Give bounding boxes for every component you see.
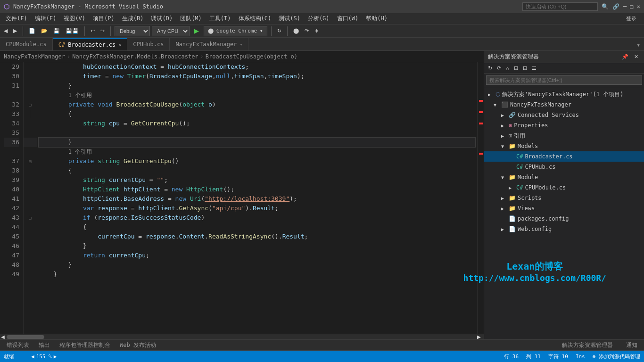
code-line-47: return currentCpu; (39, 251, 475, 260)
menu-project[interactable]: 项目(P) (89, 14, 118, 24)
browser-dropdown[interactable]: ⬤ Google Chrome ▾ (204, 26, 267, 36)
status-add-source[interactable]: ⊕ 添加到源代码管理 (593, 353, 640, 360)
status-char[interactable]: 字符 10 (548, 353, 568, 360)
tab-solution-explorer-bottom[interactable]: 解决方案资源管理器 (557, 341, 618, 349)
tree-scripts[interactable]: ▶ 📁 Scripts (484, 193, 644, 203)
breadcrumb-project[interactable]: NancyFxTaskManager (4, 53, 65, 60)
tree-project[interactable]: ▼ ⬛ NancyFxTaskManager (484, 99, 644, 110)
breadcrumb-method[interactable]: BroadcastCpuUsage(object o) (206, 53, 297, 60)
menu-build[interactable]: 生成(B) (118, 14, 148, 24)
platform-dropdown[interactable]: Any CPU (152, 26, 190, 36)
run-button[interactable]: ▶ (191, 26, 202, 35)
step-into-btn[interactable]: ↡ (313, 27, 321, 35)
status-row[interactable]: 行 36 (504, 353, 519, 360)
packages-config-label: packages.config (518, 215, 569, 222)
code-line-32: private void BroadcastCpuUsage(object o) (39, 100, 475, 109)
breadcrumb-namespace[interactable]: NancyFxTaskManager.Models.Broadcaster (72, 53, 198, 60)
solution-search-input[interactable] (486, 75, 642, 85)
status-ready[interactable]: 就绪 (4, 353, 14, 360)
tree-packages-config[interactable]: 📄 packages.config (484, 214, 644, 224)
close-panel-button[interactable]: ✕ (632, 53, 640, 61)
minimize-button[interactable]: 🔍 (602, 3, 609, 10)
tree-broadcaster[interactable]: C# Broadcaster.cs (484, 151, 644, 162)
tab-web-publish[interactable]: Web 发布活动 (115, 340, 161, 350)
refresh-btn[interactable]: ↻ (275, 27, 283, 35)
save-all-btn[interactable]: 💾💾 (64, 27, 81, 35)
tree-connected-services[interactable]: ▶ 🔗 Connected Services (484, 110, 644, 120)
tab-broadcaster-close[interactable]: ✕ (118, 42, 121, 47)
code-line-45: currentCpu = response.Content.ReadAsStri… (39, 232, 475, 241)
menu-team[interactable]: 团队(M) (176, 14, 206, 24)
step-over-btn[interactable]: ↷ (303, 27, 311, 35)
tree-web-config[interactable]: ▶ 📄 Web.config (484, 224, 644, 234)
window-minimize[interactable]: 🔗 (612, 3, 619, 10)
views-icon: 📁 (509, 205, 516, 212)
scroll-right[interactable]: ▶ (477, 333, 483, 339)
menu-analyze[interactable]: 分析(G) (304, 14, 333, 24)
scrollbar-thumb[interactable] (7, 335, 44, 339)
sep1 (23, 26, 23, 36)
tab-error-list[interactable]: 错误列表 (2, 340, 34, 350)
undo-btn[interactable]: ↩ (89, 27, 97, 35)
tree-cpumodule[interactable]: ▶ C# CPUModule.cs (484, 182, 644, 193)
zoom-increase[interactable]: ▶ (54, 354, 57, 360)
menu-file[interactable]: 文件(F) (2, 14, 31, 24)
menu-debug[interactable]: 调试(D) (147, 14, 176, 24)
error-indicator-3 (479, 123, 483, 124)
tree-module[interactable]: ▼ 📁 Module (484, 172, 644, 182)
h-scrollbar[interactable]: ◀ ▶ (0, 334, 484, 339)
redo-btn[interactable]: ↪ (99, 27, 107, 35)
tab-output[interactable]: 输出 (34, 340, 55, 350)
quick-launch-input[interactable] (522, 2, 598, 11)
collapse-all-btn[interactable]: ⊟ (521, 64, 529, 72)
home-btn[interactable]: ⌂ (504, 64, 511, 72)
props-btn[interactable]: ☰ (530, 64, 538, 72)
menu-test[interactable]: 测试(S) (275, 14, 304, 24)
new-btn[interactable]: 📄 (27, 27, 37, 35)
sync-btn[interactable]: ↻ (486, 64, 494, 72)
refresh-btn[interactable]: ⟳ (495, 64, 503, 72)
line-numbers: 29 30 31 32 33 34 35 36 37 38 39 40 41 4… (0, 62, 24, 334)
tab-cpuhub[interactable]: CPUHub.cs (127, 38, 170, 50)
code-content[interactable]: hubConnectionContext = hubConnectionCont… (37, 62, 477, 334)
filter-btn[interactable]: ⊞ (512, 64, 520, 72)
breakpoint-btn[interactable]: ⬤ (291, 27, 301, 35)
tree-solution[interactable]: ▶ ⬡ 解决方案'NancyFxTaskManager'(1 个项目) (484, 89, 644, 99)
scroll-left[interactable]: ◀ (1, 333, 7, 339)
tree-cpuhub[interactable]: C# CPUHub.cs (484, 162, 644, 172)
cpumodule-label: CPUModule.cs (525, 184, 566, 191)
tree-models[interactable]: ▼ 📁 Models (484, 141, 644, 151)
collapse-43[interactable]: ⊟ (29, 215, 32, 221)
menu-edit[interactable]: 编辑(E) (31, 14, 60, 24)
pin-button[interactable]: 📌 (620, 53, 630, 61)
status-col[interactable]: 列 11 (526, 353, 541, 360)
menu-arch[interactable]: 体系结构(C) (235, 14, 275, 24)
forward-btn[interactable]: ▶ (11, 27, 19, 35)
tab-broadcaster[interactable]: C# Broadcaster.cs ✕ (53, 38, 128, 50)
broadcaster-cs-icon: C# (516, 153, 523, 160)
menu-help[interactable]: 帮助(H) (362, 14, 391, 24)
tree-references[interactable]: ▶ ⊞ 引用 (484, 131, 644, 141)
tree-views[interactable]: ▶ 📁 Views (484, 203, 644, 214)
menu-tools[interactable]: 工具(T) (206, 14, 235, 24)
toolbar: ◀ ▶ 📄 📂 💾 💾💾 ↩ ↪ Debug Release Any CPU ▶… (0, 25, 644, 38)
menu-view[interactable]: 视图(V) (60, 14, 89, 24)
open-btn[interactable]: 📂 (39, 27, 50, 35)
tab-cpumodule[interactable]: CPUModule.cs (0, 38, 53, 50)
tab-nancyfx[interactable]: NancyFxTaskManager ▾ (170, 38, 248, 50)
collapse-32[interactable]: ⊟ (29, 102, 32, 107)
back-btn[interactable]: ◀ (2, 27, 9, 35)
tab-notification[interactable]: 通知 (621, 341, 642, 349)
debug-config-dropdown[interactable]: Debug Release (115, 26, 150, 36)
models-icon: 📁 (509, 143, 516, 149)
tree-properties[interactable]: ▶ ⚙ Properties (484, 120, 644, 131)
menu-window[interactable]: 窗口(W) (333, 14, 363, 24)
status-ins[interactable]: Ins (576, 354, 585, 360)
zoom-decrease[interactable]: ◀ (31, 354, 34, 360)
tab-overflow[interactable]: ▾ (633, 40, 644, 50)
collapse-37[interactable]: ⊟ (29, 159, 32, 164)
login-button[interactable]: 登录 (620, 15, 642, 22)
tab-package-manager[interactable]: 程序包管理器控制台 (55, 340, 115, 350)
tab-nancyfx-dropdown[interactable]: ▾ (239, 42, 242, 47)
save-btn[interactable]: 💾 (51, 27, 62, 35)
